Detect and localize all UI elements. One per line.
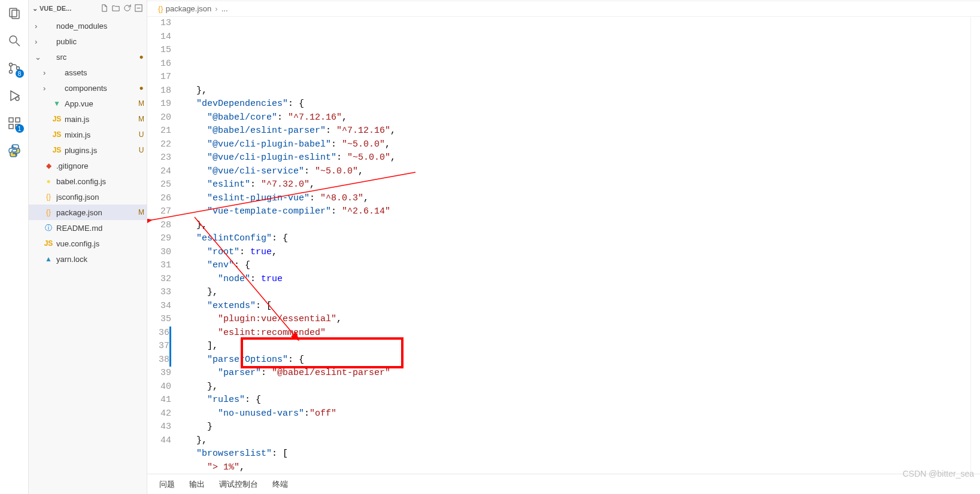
code-line[interactable]: "@vue/cli-service": "~5.0.0", — [182, 165, 970, 179]
file-label: mixin.js — [65, 130, 136, 139]
chevron-icon: › — [35, 37, 43, 46]
file-label: vue.config.js — [56, 239, 136, 248]
chevron-down-icon: ⌄ — [32, 5, 38, 13]
file-label: jsconfig.json — [56, 193, 136, 202]
breadcrumb-file: package.json — [166, 4, 212, 13]
file-label: main.js — [65, 115, 136, 124]
sidebar-header[interactable]: ⌄ VUE_DE... — [29, 0, 147, 17]
code-line[interactable]: "@vue/cli-plugin-babel": "~5.0.0", — [182, 138, 970, 152]
file-tree-item[interactable]: ▼App.vueM — [29, 96, 147, 111]
minimap[interactable] — [970, 17, 980, 474]
activity-bar: 8 1 — [0, 0, 29, 494]
code-line[interactable]: "devDependencies": { — [182, 97, 970, 111]
file-tree-item[interactable]: JSplugins.jsU — [29, 142, 147, 158]
file-label: node_modules — [56, 22, 136, 31]
code-line[interactable]: "node": true — [182, 273, 970, 286]
breadcrumb-separator: › — [215, 4, 217, 13]
code-line[interactable]: "eslint": "^7.32.0", — [182, 178, 970, 192]
chevron-icon: › — [35, 22, 43, 31]
explorer-icon[interactable] — [6, 5, 23, 22]
code-line[interactable]: }, — [182, 219, 970, 233]
file-tree-item[interactable]: JSmixin.jsU — [29, 127, 147, 142]
extensions-icon[interactable]: 1 — [6, 115, 23, 132]
code-line[interactable]: }, — [182, 286, 970, 300]
file-label: components — [65, 84, 136, 93]
line-gutter: 1314151617181920212223242526272829303132… — [147, 17, 182, 474]
svg-point-8 — [16, 97, 19, 100]
svg-rect-9 — [9, 118, 13, 122]
code-line[interactable]: }, — [182, 380, 970, 394]
panel-tab-problems[interactable]: 问题 — [159, 479, 175, 490]
code-line[interactable]: "env": { — [182, 259, 970, 273]
panel-tab-output[interactable]: 输出 — [189, 479, 205, 490]
editor-area: {} package.json › ... 131415161718192021… — [147, 0, 980, 494]
file-label: assets — [65, 68, 136, 77]
new-file-icon[interactable] — [100, 4, 109, 14]
code-line[interactable]: "@vue/cli-plugin-eslint": "~5.0.0", — [182, 151, 970, 165]
code-line[interactable]: "no-unused-vars":"off" — [182, 407, 970, 421]
code-line[interactable]: "plugin:vue/essential", — [182, 313, 970, 327]
json-icon: {} — [158, 4, 163, 13]
code-line[interactable]: }, — [182, 84, 970, 98]
project-title: VUE_DE... — [40, 5, 71, 12]
chevron-icon: › — [43, 68, 51, 77]
code-editor[interactable]: 1314151617181920212223242526272829303132… — [147, 17, 980, 474]
file-tree-item[interactable]: ›node_modules — [29, 18, 147, 33]
code-content[interactable]: }, "devDependencies": { "@babel/core": "… — [182, 17, 970, 474]
file-tree-item[interactable]: ›components● — [29, 80, 147, 96]
search-icon[interactable] — [6, 32, 23, 49]
file-label: .gitignore — [56, 161, 136, 170]
chevron-icon: ⌄ — [35, 53, 43, 62]
code-line[interactable]: "eslintConfig": { — [182, 232, 970, 246]
panel-tab-terminal[interactable]: 终端 — [272, 479, 288, 490]
scm-badge: 8 — [16, 69, 24, 78]
file-tree-item[interactable]: ⌄src● — [29, 49, 147, 65]
file-label: App.vue — [65, 99, 136, 108]
code-line[interactable]: "vue-template-compiler": "^2.6.14" — [182, 205, 970, 219]
file-tree-item[interactable]: ⓘREADME.md — [29, 220, 147, 236]
svg-point-2 — [10, 36, 17, 43]
code-line[interactable]: "> 1%", — [182, 461, 970, 474]
file-tree-item[interactable]: JSmain.jsM — [29, 111, 147, 127]
code-line[interactable]: "eslint-plugin-vue": "^8.0.3", — [182, 192, 970, 206]
code-line[interactable]: "root": true, — [182, 246, 970, 260]
code-line[interactable]: "extends": [ — [182, 300, 970, 313]
breadcrumb[interactable]: {} package.json › ... — [147, 1, 980, 17]
code-line[interactable]: "rules": { — [182, 394, 970, 407]
highlight-annotation — [241, 337, 403, 368]
code-line[interactable]: "browserslist": [ — [182, 447, 970, 461]
code-line[interactable]: "@babel/core": "^7.12.16", — [182, 111, 970, 125]
file-tree-item[interactable]: JSvue.config.js — [29, 236, 147, 251]
code-line[interactable]: "parser": "@babel/eslint-parser" — [182, 367, 970, 380]
app-root: 8 1 ⌄ VUE_DE... — [0, 0, 980, 494]
file-tree-item[interactable]: ●babel.config.js — [29, 173, 147, 189]
breadcrumb-rest: ... — [222, 4, 228, 13]
file-tree-item[interactable]: {}package.jsonM — [29, 205, 147, 220]
code-line[interactable]: } — [182, 420, 970, 434]
svg-line-3 — [16, 42, 20, 46]
source-control-icon[interactable]: 8 — [6, 60, 23, 77]
file-label: public — [56, 37, 136, 46]
file-tree-item[interactable]: ›public — [29, 33, 147, 49]
panel-tab-debug[interactable]: 调试控制台 — [219, 479, 258, 490]
file-tree-item[interactable]: ›assets — [29, 65, 147, 80]
svg-rect-10 — [16, 118, 20, 122]
code-line[interactable]: "@babel/eslint-parser": "^7.12.16", — [182, 124, 970, 138]
file-tree-item[interactable]: {}jsconfig.json — [29, 189, 147, 205]
collapse-icon[interactable] — [134, 4, 143, 14]
refresh-icon[interactable] — [123, 4, 132, 14]
file-label: src — [56, 53, 136, 62]
file-label: README.md — [56, 224, 136, 233]
python-icon[interactable] — [6, 142, 23, 159]
file-tree-item[interactable]: ◆.gitignore — [29, 158, 147, 173]
file-tree-item[interactable]: ▲yarn.lock — [29, 251, 147, 267]
file-label: plugins.js — [65, 146, 136, 155]
run-debug-icon[interactable] — [6, 87, 23, 104]
code-line[interactable]: }, — [182, 434, 970, 448]
file-label: babel.config.js — [56, 177, 136, 186]
svg-point-4 — [9, 63, 12, 66]
file-tree: ›node_modules›public⌄src●›assets›compone… — [29, 17, 147, 494]
file-label: package.json — [56, 208, 136, 217]
new-folder-icon[interactable] — [111, 4, 120, 14]
bottom-panel: 问题 输出 调试控制台 终端 — [147, 474, 980, 494]
